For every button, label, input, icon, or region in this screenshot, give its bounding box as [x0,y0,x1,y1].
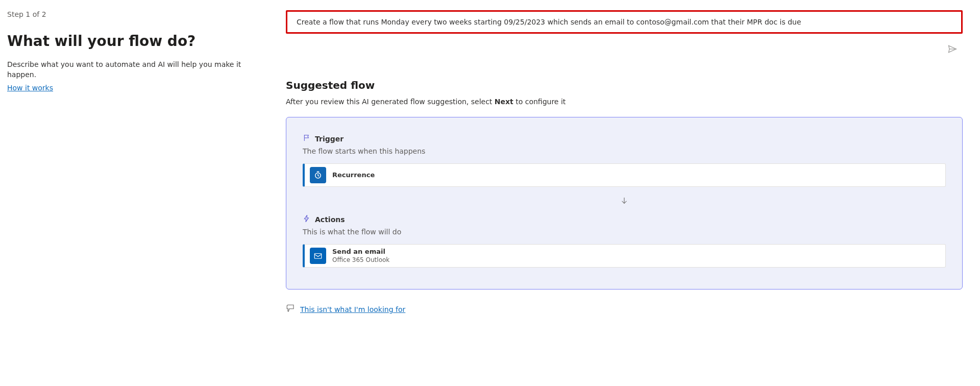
svg-rect-1 [314,254,322,259]
recurrence-icon [310,167,326,183]
suggested-flow-heading: Suggested flow [286,79,963,91]
how-it-works-link[interactable]: How it works [7,84,53,92]
suggested-flow-instruction: After you review this AI generated flow … [286,98,963,106]
action-card[interactable]: Send an email Office 365 Outlook [303,244,946,268]
send-icon [947,48,958,56]
step-indicator: Step 1 of 2 [7,10,255,18]
right-panel: Create a flow that runs Monday every two… [276,0,980,386]
arrow-down-icon [303,196,946,205]
trigger-card[interactable]: Recurrence [303,163,946,187]
outlook-icon [310,248,326,264]
prompt-text: Create a flow that runs Monday every two… [297,18,801,26]
flag-icon [303,134,311,144]
prompt-input[interactable]: Create a flow that runs Monday every two… [286,10,963,34]
bolt-icon [303,214,311,225]
page-title: What will your flow do? [7,33,255,50]
action-card-sub: Office 365 Outlook [332,256,389,264]
trigger-card-title: Recurrence [332,171,375,180]
not-looking-for-link[interactable]: This isn't what I'm looking for [300,305,405,313]
left-panel: Step 1 of 2 What will your flow do? Desc… [0,0,276,386]
actions-sub: This is what the flow will do [303,228,946,236]
trigger-sub: The flow starts when this happens [303,147,946,155]
send-button[interactable] [945,42,960,58]
page-description: Describe what you want to automate and A… [7,60,255,80]
action-card-title: Send an email [332,248,389,256]
trigger-label: Trigger [315,135,344,143]
actions-label: Actions [315,215,345,224]
flow-suggestion-card: Trigger The flow starts when this happen… [286,117,963,290]
thumb-down-icon [286,304,295,315]
